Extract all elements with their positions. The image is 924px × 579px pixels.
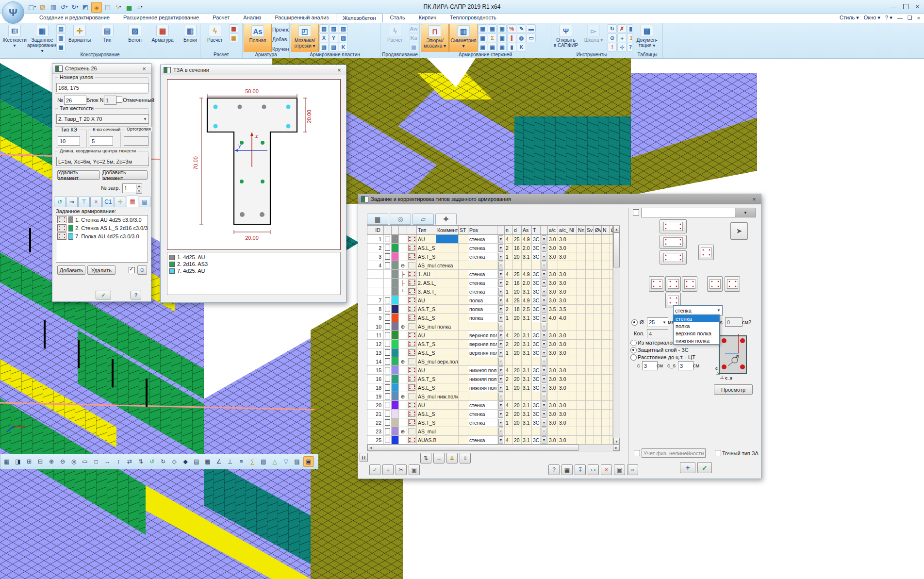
flip-v-icon[interactable]: ↕ [114,457,123,466]
grid-icon[interactable]: ⊞ [24,457,34,466]
axis-x-icon[interactable]: X [319,33,329,42]
stiffness-icon[interactable]: EIЖесткости ▾ [1,24,28,52]
pos-dropdown-icon[interactable]: ▼ [498,393,503,400]
dropdown-option-верхняя полка[interactable]: верхняя полка [674,330,719,337]
minimize-button[interactable]: — [890,3,896,10]
dropdown-option-стенка[interactable]: стенка [674,315,719,322]
table-row[interactable]: 19⊕AS_mulниж.полка▼▼ [367,392,613,401]
hammer-icon[interactable]: ✛ [115,197,126,207]
eraser-tab-icon[interactable]: ▱ [412,214,434,225]
t-dropdown-icon[interactable]: ▼ [542,244,546,252]
filter-abc-icon[interactable]: ⇓ [460,453,471,463]
cube2-icon[interactable]: ▧ [319,43,329,51]
t-dropdown-icon[interactable]: ▼ [542,358,546,365]
pos-dropdown-icon[interactable]: ▼ [498,297,503,304]
rebar-grid-icon[interactable]: ▦Арматура [149,24,176,52]
beam-type3-icon[interactable]: ▦ [56,43,66,51]
pos-dropdown-icon[interactable]: ▼ [498,375,503,383]
pos-dropdown-icon[interactable]: ▼ [498,340,503,348]
row-checkbox[interactable] [385,393,390,399]
table-row[interactable]: 7AUполка▼4254.93C▼3.03.0 [367,296,613,305]
k3-icon[interactable]: K [517,43,526,51]
add-element-button[interactable]: Добавить элемент [102,170,148,180]
sec-pat3-icon[interactable]: ▣ [478,43,487,51]
delete-icon[interactable]: × [90,197,102,207]
confirm-type-button[interactable]: ✓ [697,462,712,473]
table-row[interactable]: └3. AS.T_Sстенка▼1203.13C▼3.03.0 [367,287,613,296]
copy-icon[interactable]: ▣ [409,464,420,475]
pos-dropdown-icon[interactable]: ▼ [498,358,503,365]
pattern-r2-button[interactable] [725,276,740,292]
pos-dropdown-icon[interactable]: ▼ [498,410,503,418]
given-reinf-icon[interactable]: ▦Заданное армирование ▾ [29,24,56,52]
tab-Создание и редактирование[interactable]: Создание и редактирование [33,14,116,23]
iso-down-icon[interactable]: ▽ [281,457,291,466]
frame-icon[interactable]: □ [91,457,101,466]
t-dropdown-icon[interactable]: ▼ [542,235,546,243]
calc-flash-icon[interactable]: ϟРасчет [201,24,229,52]
zoom-in-icon[interactable]: ⊕ [47,457,56,466]
undo-icon[interactable]: ↺ [54,197,66,207]
pattern-mid-button[interactable] [660,235,687,249]
bar-dialog-titlebar[interactable]: Стержень 26 × [52,64,151,74]
row-checkbox[interactable] [385,384,390,391]
beam-type2-icon[interactable]: ▥ [56,33,66,42]
row-checkbox[interactable] [385,411,390,417]
table-row[interactable]: 25AUAS.Bстенка▼4203.13C▼3.03.0 [367,436,613,445]
table-row[interactable]: 22AS.T_Sстенка▼1203.13C▼3.03.0 [367,418,613,427]
diameter-select[interactable]: 25▼ [647,317,668,327]
grid-gray-icon[interactable]: ▦ [409,43,418,51]
ribbon-item-Прочность[interactable]: ПрочностьΙ [272,25,289,34]
punch-calc-icon[interactable]: ϟРасчет [381,24,409,52]
diameter-radio[interactable] [631,319,638,326]
calc-table-icon[interactable]: ▦ [627,24,632,33]
menu-Стиль[interactable]: Стиль ▾ [840,15,859,21]
fe-type-input[interactable]: 10 [58,136,80,146]
table-row[interactable]: 15AUнижняя полка▼4203.13C▼3.03.0 [367,366,613,375]
wire-icon[interactable]: ◇ [169,457,179,466]
t-dropdown-icon[interactable]: ▼ [542,375,546,383]
load-number-spinner[interactable]: ▲▼ [136,183,142,194]
rotate-icon[interactable]: ↻ [608,24,617,33]
t-dropdown-icon[interactable]: ▼ [542,314,546,322]
minus-expander-icon[interactable]: ⊖ [399,261,407,270]
grid-red-icon[interactable]: ▦ [229,24,238,33]
undo-icon[interactable]: ↺▾ [59,2,69,12]
stiffness-type-select[interactable]: 2. Тавр_Т 20 Х 70▼ [56,114,149,124]
variants-icon[interactable]: ✛Варианты [66,24,93,52]
row-checkbox[interactable] [385,332,390,338]
pointer-button[interactable]: ➤ [730,222,748,240]
sec-pat1-icon[interactable]: ▣ [478,24,487,33]
pos-dropdown-icon[interactable]: ▼ [498,270,503,278]
close-button[interactable]: × [915,3,919,10]
tab-Анализ[interactable]: Анализ [237,14,267,23]
cut-icon[interactable]: ✂ [396,464,407,475]
new-file-icon[interactable]: ▢▾ [27,2,37,12]
t-dropdown-icon[interactable]: ▼ [542,331,546,339]
sec-pat5-icon[interactable]: ▣ [488,43,497,51]
ka-icon[interactable]: Ka [409,33,418,42]
as-input[interactable]: 0 [725,317,742,327]
sigma-flash-icon[interactable]: Σ [627,33,632,42]
updown-icon[interactable]: ⇅ [136,457,146,466]
table-row[interactable]: 20AUстенка▼4203.13C▼3.03.0 [367,401,613,410]
menu-Окно[interactable]: Окно ▾ [864,15,880,21]
table-hscrollbar[interactable]: ◄ ► [367,444,620,451]
t-dropdown-icon[interactable]: ▼ [542,428,546,435]
notes-icon[interactable]: ▤ [103,2,113,12]
row-checkbox[interactable] [385,402,390,408]
tab-Расчет[interactable]: Расчет [206,14,236,23]
sort-updown-icon[interactable]: ⇅ [420,453,431,463]
table-row[interactable]: 12AS.T_Sверхняя полка▼2203.13C▼3.03.0 [367,340,613,348]
book-icon[interactable]: ◈ [91,2,102,13]
t-dropdown-icon[interactable]: ▼ [542,410,546,418]
row-checkbox[interactable] [385,341,390,347]
reinforcement-list-item[interactable]: 7. Полка AU 4d25 с3.0/3.0 [56,232,148,240]
t-dropdown-icon[interactable]: ▼ [542,323,546,331]
pos-dropdown-icon[interactable]: ▼ [498,384,503,392]
sec-pat4-icon[interactable]: ▣ [488,24,497,33]
flash-icon[interactable]: ϟ▾ [114,2,123,12]
quantity-input[interactable]: 4 [647,329,668,338]
type-icon[interactable]: ▤Тип [94,24,121,52]
sections-count-input[interactable]: 5 [90,136,113,146]
